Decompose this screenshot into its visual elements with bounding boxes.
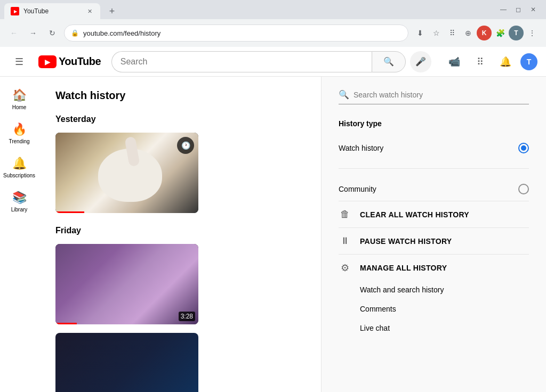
community-radio-label: Community bbox=[339, 185, 376, 193]
divider-1 bbox=[339, 168, 529, 169]
youtube-logo-text: YouTube bbox=[59, 55, 101, 68]
watch-history-radio-label: Watch history bbox=[339, 144, 383, 152]
sidebar-item-library-label: Library bbox=[11, 207, 28, 213]
manage-all-history-button[interactable]: ⚙ MANAGE ALL HISTORY bbox=[339, 262, 529, 274]
dark-thumbnail-image bbox=[55, 333, 198, 392]
browser-chrome: YouTube ✕ + — ◻ ✕ ← → ↻ 🔒 youtube.com/fe… bbox=[0, 0, 546, 47]
library-icon: 📚 bbox=[12, 191, 27, 205]
list-item bbox=[55, 333, 304, 392]
list-item: 🕐 ✕ Remove from Watch history bbox=[55, 133, 304, 213]
home-icon: 🏠 bbox=[12, 88, 27, 102]
video-thumbnail-girl[interactable]: 3:28 bbox=[55, 244, 198, 324]
sidebar-item-home-label: Home bbox=[12, 104, 27, 111]
tab-title: YouTube bbox=[23, 7, 81, 15]
pause-watch-history-button[interactable]: ⏸ PAUSE WATCH HISTORY bbox=[339, 227, 529, 254]
video-duration: 3:28 bbox=[179, 312, 195, 321]
mic-button[interactable]: 🎤 bbox=[410, 51, 431, 72]
manage-all-history-label: MANAGE ALL HISTORY bbox=[360, 264, 447, 272]
main-content: 🏠 Home 🔥 Trending 🔔 Subscriptions 📚 Libr… bbox=[0, 77, 546, 392]
clear-watch-history-label: CLEAR ALL WATCH HISTORY bbox=[360, 210, 469, 219]
sidebar: 🏠 Home 🔥 Trending 🔔 Subscriptions 📚 Libr… bbox=[0, 77, 38, 392]
manage-all-history-section: ⚙ MANAGE ALL HISTORY Watch and search hi… bbox=[339, 254, 529, 338]
youtube-logo[interactable]: ▶ YouTube bbox=[38, 55, 101, 68]
browser-menu-icon[interactable]: ⋮ bbox=[525, 26, 540, 40]
back-button[interactable]: ← bbox=[6, 26, 21, 40]
sidebar-item-trending[interactable]: 🔥 Trending bbox=[2, 117, 36, 149]
search-watch-history-bar: 🔍 bbox=[339, 89, 529, 104]
search-watch-icon: 🔍 bbox=[339, 89, 349, 100]
watch-history-radio-button[interactable] bbox=[518, 143, 529, 153]
sidebar-item-subscriptions-label: Subscriptions bbox=[3, 173, 35, 179]
browser-toolbar: ⬇ ☆ ⠿ ⊕ K 🧩 T ⋮ bbox=[413, 26, 540, 40]
page-title: Watch history bbox=[55, 89, 304, 102]
video-thumbnail-dark[interactable] bbox=[55, 333, 198, 392]
youtube-app: ☰ ▶ YouTube 🔍 🎤 📹 ⠿ 🔔 T 🏠 Home 🔥 Tre bbox=[0, 47, 546, 392]
community-radio-button[interactable] bbox=[518, 184, 529, 194]
sidebar-item-library[interactable]: 📚 Library bbox=[2, 185, 36, 217]
forward-button[interactable]: → bbox=[26, 26, 41, 40]
close-button[interactable]: ✕ bbox=[527, 3, 540, 16]
clock-overlay-icon: 🕐 bbox=[177, 137, 194, 154]
refresh-button[interactable]: ↻ bbox=[45, 26, 60, 40]
history-list: Watch history Yesterday 🕐 ✕ bbox=[38, 77, 321, 392]
sidebar-item-home[interactable]: 🏠 Home bbox=[2, 83, 36, 115]
t-avatar-toolbar[interactable]: T bbox=[509, 26, 524, 40]
hamburger-menu-button[interactable]: ☰ bbox=[9, 51, 30, 72]
video-progress-bar-girl bbox=[55, 323, 77, 324]
new-tab-button[interactable]: + bbox=[105, 4, 119, 19]
tab-favicon bbox=[11, 7, 19, 15]
watch-history-radio-option[interactable]: Watch history bbox=[339, 136, 529, 160]
create-video-button[interactable]: 📹 bbox=[444, 51, 465, 72]
k-avatar[interactable]: K bbox=[477, 26, 492, 40]
search-watch-history-input[interactable] bbox=[354, 91, 529, 99]
puzzle-icon[interactable]: 🧩 bbox=[493, 26, 508, 40]
history-type-section: History type Watch history Community bbox=[339, 119, 529, 201]
history-section-yesterday: Yesterday 🕐 ✕ Remove from Watch history bbox=[55, 115, 304, 213]
trash-icon: 🗑 bbox=[339, 209, 351, 220]
live-chat-link[interactable]: Live chat bbox=[339, 318, 529, 338]
search-bar: 🔍 🎤 bbox=[111, 51, 431, 72]
window-controls: — ◻ ✕ bbox=[497, 3, 540, 16]
title-bar: YouTube ✕ + — ◻ ✕ bbox=[0, 0, 546, 19]
tab-close-button[interactable]: ✕ bbox=[85, 7, 94, 15]
download-icon[interactable]: ⬇ bbox=[413, 26, 428, 40]
address-text: youtube.com/feed/history bbox=[83, 29, 402, 37]
watch-search-history-link[interactable]: Watch and search history bbox=[339, 280, 529, 299]
list-item: 3:28 bbox=[55, 244, 304, 324]
maximize-button[interactable]: ◻ bbox=[512, 3, 525, 16]
gear-icon: ⚙ bbox=[339, 262, 351, 274]
apps-grid-button[interactable]: ⠿ bbox=[469, 51, 491, 72]
comments-link[interactable]: Comments bbox=[339, 299, 529, 318]
girl-thumbnail-image bbox=[55, 244, 198, 324]
search-button[interactable]: 🔍 bbox=[372, 51, 406, 72]
sidebar-item-subscriptions[interactable]: 🔔 Subscriptions bbox=[2, 151, 36, 183]
bookmark-icon[interactable]: ☆ bbox=[429, 26, 444, 40]
clear-all-watch-history-button[interactable]: 🗑 CLEAR ALL WATCH HISTORY bbox=[339, 201, 529, 227]
header-actions: 📹 ⠿ 🔔 T bbox=[444, 51, 537, 72]
community-radio-option[interactable]: Community bbox=[339, 177, 529, 201]
nav-bar: ← → ↻ 🔒 youtube.com/feed/history ⬇ ☆ ⠿ ⊕… bbox=[0, 19, 546, 47]
pause-watch-history-label: PAUSE WATCH HISTORY bbox=[360, 237, 452, 246]
user-avatar[interactable]: T bbox=[520, 53, 537, 70]
history-type-title: History type bbox=[339, 119, 529, 128]
active-tab[interactable]: YouTube ✕ bbox=[4, 3, 100, 19]
section-label-yesterday: Yesterday bbox=[55, 115, 304, 124]
subscriptions-icon: 🔔 bbox=[12, 157, 27, 170]
pause-icon: ⏸ bbox=[339, 235, 351, 247]
history-section-friday: Friday 3:28 bbox=[55, 226, 304, 392]
trending-icon: 🔥 bbox=[12, 123, 27, 136]
translate-icon[interactable]: ⊕ bbox=[461, 26, 476, 40]
minimize-button[interactable]: — bbox=[497, 3, 510, 16]
address-bar[interactable]: 🔒 youtube.com/feed/history bbox=[64, 24, 408, 42]
youtube-header: ☰ ▶ YouTube 🔍 🎤 📹 ⠿ 🔔 T bbox=[0, 47, 546, 77]
youtube-logo-icon: ▶ bbox=[38, 55, 57, 68]
lock-icon: 🔒 bbox=[71, 29, 79, 37]
video-thumbnail-rabbit[interactable]: 🕐 ✕ Remove from Watch history bbox=[55, 133, 198, 213]
sidebar-item-trending-label: Trending bbox=[9, 138, 29, 145]
section-label-friday: Friday bbox=[55, 226, 304, 235]
extensions-grid-icon[interactable]: ⠿ bbox=[445, 26, 460, 40]
search-input[interactable] bbox=[111, 51, 372, 72]
video-progress-bar bbox=[55, 211, 84, 213]
history-right-panel: 🔍 History type Watch history Community bbox=[321, 77, 546, 392]
notifications-button[interactable]: 🔔 bbox=[495, 51, 516, 72]
